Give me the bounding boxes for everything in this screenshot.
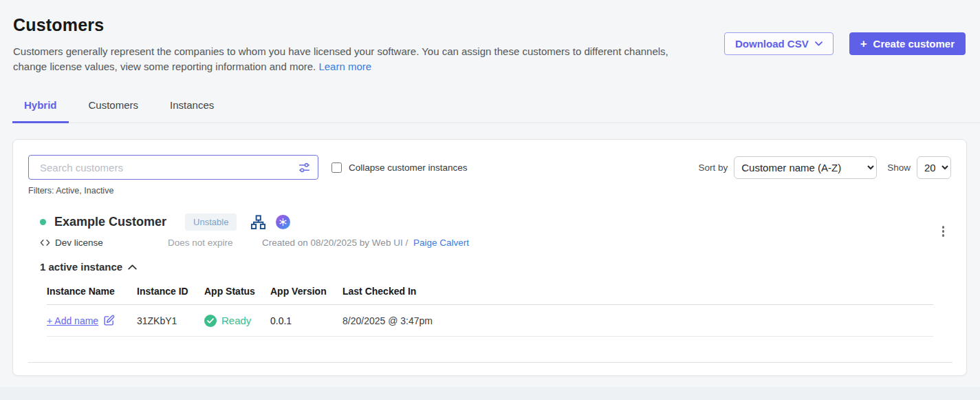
created-by-link[interactable]: Paige Calvert [413, 238, 469, 248]
instance-row: + Add name 31ZKbY1 Ready 0.0.1 8/20/2025… [47, 305, 933, 337]
instances-summary-toggle[interactable]: 1 active instance [28, 261, 137, 273]
col-instance-name: Instance Name [47, 286, 137, 297]
filter-sliders-icon[interactable] [298, 161, 311, 177]
sitemap-icon [250, 214, 266, 230]
license-expiration: Does not expire [168, 238, 262, 248]
col-app-status: App Status [204, 286, 270, 297]
sort-select[interactable]: Customer name (A-Z) [734, 156, 877, 179]
col-instance-id: Instance ID [137, 286, 204, 297]
tab-instances[interactable]: Instances [158, 95, 226, 123]
download-csv-label: Download CSV [735, 38, 809, 50]
chevron-down-icon [815, 41, 823, 46]
footer-strip [0, 387, 980, 400]
collapse-instances-group: Collapse customer instances [331, 162, 468, 173]
app-version-cell: 0.0.1 [270, 315, 342, 326]
learn-more-link[interactable]: Learn more [318, 61, 371, 72]
license-row: Dev license Does not expire Created on 0… [28, 238, 951, 248]
collapse-instances-label: Collapse customer instances [349, 162, 468, 173]
customer-menu-kebab-icon[interactable] [939, 223, 948, 240]
sort-by-label: Sort by [698, 162, 728, 173]
instances-table: Instance Name Instance ID App Status App… [47, 286, 933, 337]
add-name-link[interactable]: + Add name [47, 315, 98, 326]
search-wrapper [28, 155, 318, 180]
channel-badge: Unstable [185, 213, 237, 231]
tab-bar: Hybrid Customers Instances [12, 95, 980, 123]
license-created: Created on 08/20/2025 by Web UI / Paige … [262, 238, 469, 248]
app-status-cell: Ready [204, 315, 270, 327]
license-type-label: Dev license [55, 238, 103, 248]
search-input[interactable] [28, 155, 318, 180]
created-on-text: Created on 08/20/2025 by Web UI / [262, 238, 408, 248]
create-customer-label: Create customer [873, 38, 955, 50]
customer-row-header: Example Customer Unstable [28, 213, 951, 231]
code-icon [40, 238, 50, 248]
check-circle-icon [204, 315, 217, 327]
edit-icon[interactable] [103, 315, 115, 326]
download-csv-button[interactable]: Download CSV [724, 32, 834, 55]
instance-name-cell: + Add name [47, 315, 137, 326]
customer-name[interactable]: Example Customer [54, 215, 166, 229]
instance-id-cell: 31ZKbY1 [137, 315, 204, 326]
col-last-checked-in: Last Checked In [342, 286, 933, 297]
kubernetes-icon [276, 215, 290, 229]
chevron-up-icon [128, 264, 137, 270]
card-bottom-divider [28, 362, 952, 363]
col-app-version: App Version [270, 286, 342, 297]
collapse-instances-checkbox[interactable] [331, 162, 342, 173]
last-checked-in-cell: 8/20/2025 @ 3:47pm [342, 315, 933, 326]
tab-hybrid[interactable]: Hybrid [12, 95, 69, 123]
toolbar-right: Sort by Customer name (A-Z) Show 20 [698, 156, 951, 179]
plus-icon: + [860, 38, 867, 50]
show-select[interactable]: 20 [917, 156, 951, 179]
show-label: Show [887, 162, 911, 173]
page-description: Customers generally represent the compan… [13, 44, 687, 74]
header-actions: Download CSV + Create customer [724, 32, 966, 55]
customers-panel: Collapse customer instances Sort by Cust… [12, 139, 967, 376]
toolbar: Collapse customer instances Sort by Cust… [28, 155, 951, 180]
page-header: Customers Customers generally represent … [0, 0, 980, 74]
instances-summary-label: 1 active instance [40, 261, 122, 273]
active-filters-text: Filters: Active, Inactive [28, 186, 951, 196]
app-status-text: Ready [221, 315, 251, 326]
license-type: Dev license [40, 238, 168, 248]
instances-table-header: Instance Name Instance ID App Status App… [47, 286, 933, 305]
tab-customers[interactable]: Customers [77, 95, 151, 123]
create-customer-button[interactable]: + Create customer [849, 32, 966, 55]
customer-active-dot [40, 219, 46, 225]
